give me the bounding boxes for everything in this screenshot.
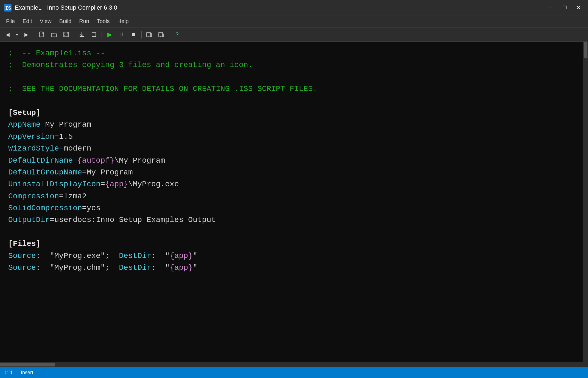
help-button[interactable]: ? [172,30,183,40]
code-line-12: UninstallDisplayIcon={app}\MyProg.exe [8,178,580,190]
minimize-button[interactable]: — [545,3,557,13]
svg-rect-5 [65,35,68,37]
code-line-17: [Files] [8,238,580,250]
code-line-6: [Setup] [8,107,580,119]
stop-button[interactable] [88,30,99,40]
code-line-8: AppVersion=1.5 [8,131,580,143]
open-button[interactable] [49,30,60,40]
horizontal-scrollbar[interactable] [0,362,588,367]
compile-download-button[interactable] [76,30,87,40]
code-line-18: Source: "MyProg.exe"; DestDir: "{app}" [8,250,580,262]
code-line-4: ; SEE THE DOCUMENTATION FOR DETAILS ON C… [8,83,580,95]
pause-button[interactable]: ⏸ [116,30,127,40]
close-button[interactable]: ✕ [572,3,585,13]
separator-2 [74,31,74,38]
code-line-10: DefaultDirName={autopf}\My Program [8,155,580,166]
code-line-11: DefaultGroupName=My Program [8,166,580,178]
menu-file[interactable]: File [2,16,19,26]
code-line-13: Compression=lzma2 [8,190,580,202]
code-line-1: ; -- Example1.iss -- [8,47,580,59]
code-line-7: AppName=My Program [8,119,580,130]
menu-help[interactable]: Help [114,16,133,26]
stop2-button[interactable]: ⏹ [128,30,139,40]
back-button[interactable]: ◀ [2,30,13,40]
toolbar: ◀ ▼ ▶ ▶ ⏸ ⏹ [0,27,588,42]
svg-text:IS: IS [5,5,11,11]
code-line-15: OutputDir=userdocs:Inno Setup Examples O… [8,214,580,226]
menu-build[interactable]: Build [55,16,75,26]
editor-mode: Insert [21,370,33,376]
dropdown-arrow[interactable]: ▼ [14,30,20,40]
menu-run[interactable]: Run [75,16,93,26]
menu-tools[interactable]: Tools [93,16,114,26]
code-line-5 [8,95,580,107]
code-line-14: SolidCompression=yes [8,202,580,214]
vertical-scrollbar[interactable] [583,42,588,362]
new-button[interactable] [37,30,47,40]
window-title: Example1 - Inno Setup Compiler 6.3.0 [15,4,545,11]
code-editor[interactable]: ; -- Example1.iss -- ; Demonstrates copy… [0,42,588,367]
svg-rect-6 [92,33,96,37]
maximize-button[interactable]: ☐ [558,3,571,13]
menu-bar: File Edit View Build Run Tools Help [0,15,588,27]
wizard-button[interactable] [144,30,155,40]
menu-view[interactable]: View [36,16,55,26]
svg-rect-7 [147,32,150,37]
code-line-2: ; Demonstrates copying 3 files and creat… [8,59,580,71]
svg-rect-2 [40,32,43,37]
cursor-position: 1: 1 [4,370,13,376]
save-button[interactable] [61,30,72,40]
separator-1 [34,31,34,38]
app-icon: IS [3,3,12,12]
status-bar: 1: 1 Insert [0,367,588,378]
code-line-9: WizardStyle=modern [8,143,580,154]
separator-4 [141,31,142,38]
run-button[interactable]: ▶ [104,30,115,40]
window-controls: — ☐ ✕ [545,3,585,13]
scrollbar-v-thumb[interactable] [584,42,587,58]
forward-button[interactable]: ▶ [21,30,32,40]
separator-5 [169,31,169,38]
separator-3 [102,31,102,38]
code-line-16 [8,226,580,238]
menu-edit[interactable]: Edit [19,16,36,26]
extract-button[interactable] [156,30,167,40]
scrollbar-h-thumb[interactable] [0,363,55,366]
svg-rect-4 [65,32,68,34]
code-line-3 [8,71,580,83]
svg-rect-8 [159,32,163,37]
code-line-19: Source: "MyProg.chm"; DestDir: "{app}" [8,262,580,274]
title-bar: IS Example1 - Inno Setup Compiler 6.3.0 … [0,0,588,15]
